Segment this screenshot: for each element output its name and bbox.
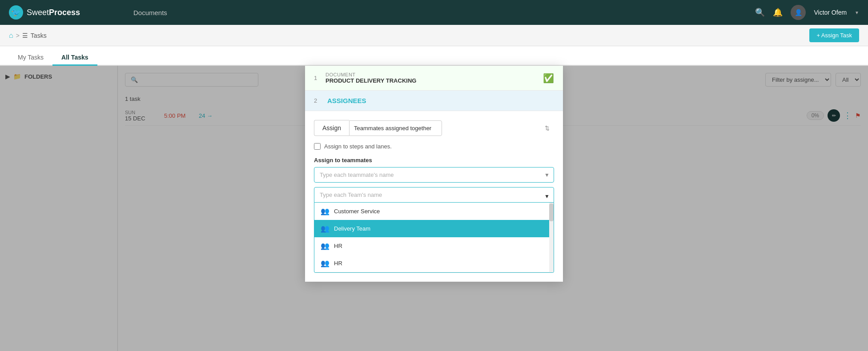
step-2-num: 2: [314, 97, 321, 104]
scrollbar-thumb: [549, 203, 554, 221]
user-menu-chevron[interactable]: ▼: [855, 10, 859, 15]
step-1-info: DOCUMENT PRODUCT DELIVERY TRACKING: [326, 72, 416, 84]
team-option-customer-service[interactable]: 👥 Customer Service: [314, 203, 554, 220]
team-option-hr-1[interactable]: 👥 HR: [314, 237, 554, 255]
team-icon: 👥: [321, 224, 330, 233]
top-nav: 🐦 SweetProcess Documents 🔍 🔔 👤 Victor Of…: [0, 0, 868, 25]
home-icon[interactable]: ⌂: [9, 32, 13, 40]
scrollbar-track[interactable]: [549, 203, 554, 272]
step-1-num: 1: [314, 75, 321, 81]
team-icon: 👥: [321, 207, 330, 215]
logo-icon: 🐦: [9, 5, 23, 20]
assignment-type-select[interactable]: Teammates assigned together Teammates as…: [349, 120, 442, 136]
tasks-list-icon: ☰: [22, 32, 28, 39]
assign-row: Assign Teammates assigned together Teamm…: [314, 120, 554, 136]
assign-select-wrap: Teammates assigned together Teammates as…: [349, 120, 554, 136]
breadcrumb-separator: >: [16, 32, 20, 39]
assign-task-button[interactable]: + Assign Task: [809, 28, 859, 42]
team-option-hr-2[interactable]: 👥 HR: [314, 255, 554, 272]
step-1-value: PRODUCT DELIVERY TRACKING: [326, 77, 416, 84]
team-dropdown: 👥 Customer Service 👥 Delivery Team 👥 HR …: [314, 203, 554, 273]
tab-all-tasks[interactable]: All Tasks: [52, 49, 97, 66]
checkbox-row: Assign to steps and lanes.: [314, 143, 554, 150]
step-1-type-label: DOCUMENT: [326, 72, 416, 77]
teammate-name-input[interactable]: [314, 167, 554, 183]
modal: 1 DOCUMENT PRODUCT DELIVERY TRACKING ✅ 2…: [305, 66, 563, 282]
team-option-label: Customer Service: [334, 208, 380, 215]
modal-step-1: 1 DOCUMENT PRODUCT DELIVERY TRACKING ✅: [305, 66, 563, 91]
breadcrumb-bar: ⌂ > ☰ Tasks + Assign Task: [0, 25, 868, 46]
teammate-input-wrap: ▼: [314, 167, 554, 183]
team-option-label: Delivery Team: [334, 225, 370, 232]
assign-steps-checkbox[interactable]: [314, 143, 321, 150]
search-icon[interactable]: 🔍: [755, 8, 765, 17]
modal-body: Assign Teammates assigned together Teamm…: [305, 111, 563, 282]
logo-text: SweetProcess: [27, 8, 80, 17]
team-name-input[interactable]: [314, 187, 554, 203]
team-option-delivery-team[interactable]: 👥 Delivery Team: [314, 220, 554, 237]
tasks-breadcrumb[interactable]: Tasks: [31, 32, 47, 39]
team-option-label: HR: [334, 260, 342, 267]
modal-step-2: 2 ASSIGNEES: [305, 91, 563, 111]
assign-teammates-label: Assign to teammates: [314, 157, 554, 164]
breadcrumb: ⌂ > ☰ Tasks: [9, 32, 47, 40]
bell-icon[interactable]: 🔔: [773, 8, 783, 17]
step-2-title: ASSIGNEES: [327, 97, 366, 104]
nav-documents[interactable]: Documents: [133, 9, 755, 16]
tabs-bar: My Tasks All Tasks: [0, 46, 868, 66]
logo-area: 🐦 SweetProcess: [9, 5, 125, 20]
team-dropdown-wrapper: ▼ 👥 Customer Service 👥 Delivery Team 👥 H…: [314, 187, 554, 273]
user-name: Victor Ofem: [814, 9, 847, 16]
team-icon: 👥: [321, 242, 330, 250]
avatar: 👤: [791, 5, 806, 20]
tab-my-tasks[interactable]: My Tasks: [9, 49, 52, 66]
main-area: ▶ 📁 FOLDERS Filter by assigne... All 1 t…: [0, 66, 868, 351]
team-input-wrap: ▼: [314, 187, 554, 203]
assign-button[interactable]: Assign: [314, 120, 349, 136]
team-icon: 👥: [321, 259, 330, 267]
team-option-label: HR: [334, 243, 342, 249]
nav-right: 🔍 🔔 👤 Victor Ofem ▼: [755, 5, 859, 20]
step-1-check-icon: ✅: [543, 73, 554, 84]
assign-steps-label: Assign to steps and lanes.: [324, 143, 392, 150]
